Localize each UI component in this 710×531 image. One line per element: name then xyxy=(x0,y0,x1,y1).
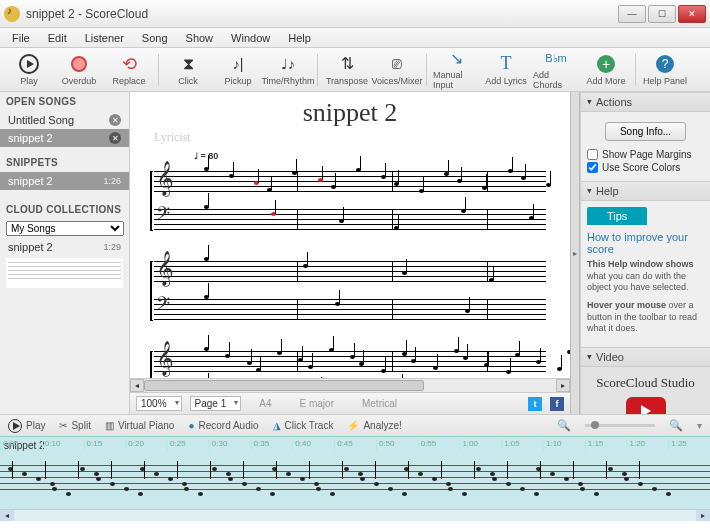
paper-size-field[interactable]: A4 xyxy=(249,398,281,409)
minimize-button[interactable]: — xyxy=(618,5,646,23)
add-lyrics-button[interactable]: TAdd Lyrics xyxy=(483,50,529,90)
sidebar-item[interactable]: snippet 2✕ xyxy=(0,129,129,147)
analyze-button[interactable]: ⚡ Analyze! xyxy=(347,420,401,431)
tips-tab[interactable]: Tips xyxy=(587,207,647,225)
menu-edit[interactable]: Edit xyxy=(40,30,75,46)
transpose-icon: ⇅ xyxy=(337,54,357,74)
bass-staff[interactable]: 𝄢 xyxy=(154,201,546,239)
score-hscrollbar[interactable]: ◂ ▸ xyxy=(130,378,570,392)
timeline-ruler: 0:050:100:150:200:250:300:350:400:450:50… xyxy=(0,439,710,451)
song-info-button[interactable]: Song Info... xyxy=(605,122,686,141)
add-more-button[interactable]: +Add More xyxy=(583,50,629,90)
help-header[interactable]: Help xyxy=(581,181,710,201)
timeline-tick: 0:40 xyxy=(292,439,334,451)
sidebar-item[interactable]: snippet 21:26 xyxy=(0,172,129,190)
chords-icon: B♭m xyxy=(546,50,566,68)
chevron-down-icon[interactable]: ▾ xyxy=(697,420,702,431)
treble-staff[interactable]: 𝄞 xyxy=(154,343,546,378)
treble-staff[interactable]: 𝄞 xyxy=(154,163,546,201)
manual-input-button[interactable]: ↘Manual Input xyxy=(433,50,479,90)
collapse-right-panel[interactable]: ▸ xyxy=(570,92,580,414)
page-select[interactable]: Page 1 xyxy=(190,396,242,411)
timeline-tick: 0:35 xyxy=(251,439,293,451)
manual-icon: ↘ xyxy=(446,49,466,68)
menu-show[interactable]: Show xyxy=(178,30,222,46)
checkbox-icon[interactable] xyxy=(587,149,598,160)
help-text: This Help window shows what you can do w… xyxy=(587,259,704,294)
score-area: snippet 2 Lyricist ♩ = 80 𝄞 𝄢 xyxy=(130,92,570,414)
help-panel-button[interactable]: ?Help Panel xyxy=(642,50,688,90)
add-chords-button[interactable]: B♭mAdd Chords xyxy=(533,50,579,90)
scroll-left-icon[interactable]: ◂ xyxy=(130,379,144,392)
timeline[interactable]: snippet 2 0:050:100:150:200:250:300:350:… xyxy=(0,436,710,521)
use-score-colors-checkbox[interactable]: Use Score Colors xyxy=(587,162,704,173)
score-title: snippet 2 xyxy=(154,98,546,128)
video-header[interactable]: Video xyxy=(581,347,710,367)
menu-file[interactable]: File xyxy=(4,30,38,46)
menu-song[interactable]: Song xyxy=(134,30,176,46)
record-audio-button[interactable]: ● Record Audio xyxy=(188,420,258,431)
zoom-slider[interactable] xyxy=(585,424,655,427)
timeline-tick: 1:00 xyxy=(459,439,501,451)
timeline-tick: 0:30 xyxy=(209,439,251,451)
virtual-piano-button[interactable]: ▥ Virtual Piano xyxy=(105,420,175,431)
close-icon[interactable]: ✕ xyxy=(109,114,121,126)
zoom-select[interactable]: 100% xyxy=(136,396,182,411)
play-button[interactable]: Play xyxy=(6,50,52,90)
timeline-tick: 0:50 xyxy=(376,439,418,451)
voices-mixer-button[interactable]: ⎚Voices/Mixer xyxy=(374,50,420,90)
lyricist-placeholder: Lyricist xyxy=(154,130,546,145)
menu-window[interactable]: Window xyxy=(223,30,278,46)
close-button[interactable]: ✕ xyxy=(678,5,706,23)
play-video-icon[interactable] xyxy=(626,397,666,414)
transpose-button[interactable]: ⇅Transpose xyxy=(324,50,370,90)
timeline-tick: 1:05 xyxy=(501,439,543,451)
timeline-tick: 0:05 xyxy=(0,439,42,451)
sidebar-item[interactable]: Untitled Song✕ xyxy=(0,111,129,129)
click-button[interactable]: ⧗Click xyxy=(165,50,211,90)
time-rhythm-button[interactable]: ♩♪Time/Rhythm xyxy=(265,50,311,90)
snippets-header: SNIPPETS xyxy=(0,153,129,172)
pickup-button[interactable]: ♪|Pickup xyxy=(215,50,261,90)
facebook-icon[interactable]: f xyxy=(550,397,564,411)
bass-staff[interactable]: 𝄢 xyxy=(154,291,546,329)
score-page[interactable]: snippet 2 Lyricist ♩ = 80 𝄞 𝄢 xyxy=(130,92,570,378)
system-brace xyxy=(150,171,153,231)
scroll-right-icon[interactable]: ▸ xyxy=(696,510,710,521)
scroll-right-icon[interactable]: ▸ xyxy=(556,379,570,392)
twitter-icon[interactable]: t xyxy=(528,397,542,411)
mini-score-preview xyxy=(6,258,123,288)
scroll-thumb[interactable] xyxy=(144,380,424,391)
pickup-icon: ♪| xyxy=(228,54,248,74)
checkbox-icon[interactable] xyxy=(587,162,598,173)
zoom-out-icon[interactable]: 🔍 xyxy=(557,419,571,432)
scroll-left-icon[interactable]: ◂ xyxy=(0,510,14,521)
cloud-collection-select[interactable]: My Songs xyxy=(6,221,124,236)
toolbar: PlayOverdub⟲Replace⧗Click♪|Pickup♩♪Time/… xyxy=(0,48,710,92)
maximize-button[interactable]: ☐ xyxy=(648,5,676,23)
close-icon[interactable]: ✕ xyxy=(109,132,121,144)
click-track-button[interactable]: ◮ Click Track xyxy=(273,420,334,431)
replace-button[interactable]: ⟲Replace xyxy=(106,50,152,90)
menubar: FileEditListenerSongShowWindowHelp xyxy=(0,28,710,48)
help-text: Hover your mouse over a button in the to… xyxy=(587,300,704,335)
timeline-tick: 0:10 xyxy=(42,439,84,451)
menu-listener[interactable]: Listener xyxy=(77,30,132,46)
overdub-button[interactable]: Overdub xyxy=(56,50,102,90)
addmore-icon: + xyxy=(596,54,616,74)
menu-help[interactable]: Help xyxy=(280,30,319,46)
open-songs-header: OPEN SONGS xyxy=(0,92,129,111)
layout-field[interactable]: Metrical xyxy=(352,398,407,409)
sidebar-item[interactable]: snippet 21:29 xyxy=(0,238,129,256)
timeline-hscrollbar[interactable]: ◂ ▸ xyxy=(0,509,710,521)
zoom-in-icon[interactable]: 🔍 xyxy=(669,419,683,432)
treble-staff[interactable]: 𝄞 xyxy=(154,253,546,291)
key-field[interactable]: E major xyxy=(290,398,344,409)
time-icon: ♩♪ xyxy=(278,54,298,74)
timeline-tick: 1:10 xyxy=(543,439,585,451)
show-margins-checkbox[interactable]: Show Page Margins xyxy=(587,149,704,160)
actions-header[interactable]: Actions xyxy=(581,92,710,112)
tempo-marking: ♩ = 80 xyxy=(194,151,546,161)
split-button[interactable]: ✂ Split xyxy=(59,420,90,431)
transport-play-button[interactable]: Play xyxy=(8,419,45,433)
